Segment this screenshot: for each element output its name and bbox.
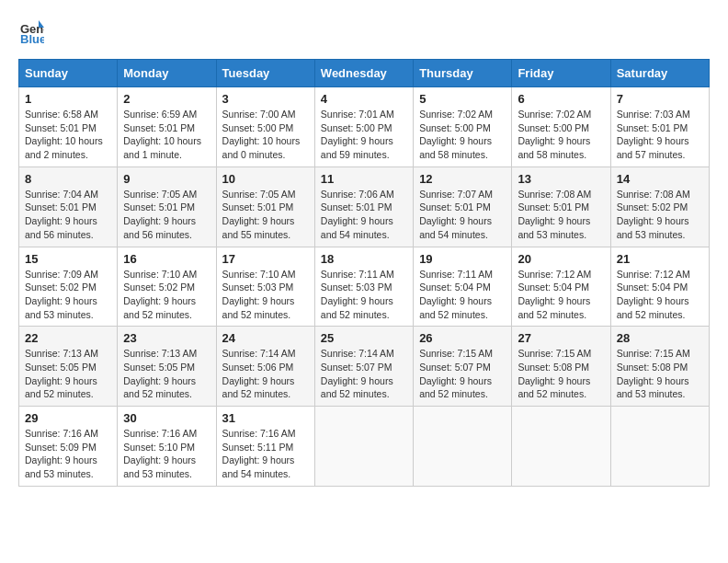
day-info: Sunrise: 7:03 AMSunset: 5:01 PMDaylight:…	[617, 108, 703, 162]
calendar-cell: 7Sunrise: 7:03 AMSunset: 5:01 PMDaylight…	[610, 87, 709, 167]
day-number: 11	[321, 172, 407, 186]
calendar-cell: 27Sunrise: 7:15 AMSunset: 5:08 PMDayligh…	[512, 327, 610, 407]
day-info: Sunrise: 7:16 AMSunset: 5:09 PMDaylight:…	[25, 427, 111, 481]
calendar-cell	[610, 407, 709, 487]
day-number: 31	[222, 411, 309, 425]
calendar-cell	[512, 407, 610, 487]
calendar-week-row: 8Sunrise: 7:04 AMSunset: 5:01 PMDaylight…	[19, 167, 710, 247]
day-number: 6	[518, 92, 604, 106]
day-info: Sunrise: 7:06 AMSunset: 5:01 PMDaylight:…	[321, 188, 407, 242]
day-number: 2	[123, 92, 210, 106]
day-number: 27	[518, 331, 604, 345]
calendar-cell: 12Sunrise: 7:07 AMSunset: 5:01 PMDayligh…	[414, 167, 512, 247]
calendar-cell: 1Sunrise: 6:58 AMSunset: 5:01 PMDaylight…	[19, 87, 118, 167]
day-number: 8	[25, 172, 111, 186]
svg-text:Blue: Blue	[20, 32, 44, 44]
day-number: 14	[617, 172, 703, 186]
calendar-cell: 15Sunrise: 7:09 AMSunset: 5:02 PMDayligh…	[19, 247, 118, 327]
day-info: Sunrise: 6:59 AMSunset: 5:01 PMDaylight:…	[123, 108, 210, 162]
day-number: 7	[617, 92, 703, 106]
day-info: Sunrise: 7:08 AMSunset: 5:02 PMDaylight:…	[617, 188, 703, 242]
calendar-cell: 11Sunrise: 7:06 AMSunset: 5:01 PMDayligh…	[314, 167, 413, 247]
day-info: Sunrise: 7:10 AMSunset: 5:02 PMDaylight:…	[123, 268, 210, 322]
calendar-cell: 31Sunrise: 7:16 AMSunset: 5:11 PMDayligh…	[216, 407, 314, 487]
calendar-cell: 4Sunrise: 7:01 AMSunset: 5:00 PMDaylight…	[314, 87, 413, 167]
calendar-cell: 23Sunrise: 7:13 AMSunset: 5:05 PMDayligh…	[118, 327, 216, 407]
day-number: 3	[222, 92, 309, 106]
calendar-cell: 17Sunrise: 7:10 AMSunset: 5:03 PMDayligh…	[216, 247, 314, 327]
calendar-cell: 16Sunrise: 7:10 AMSunset: 5:02 PMDayligh…	[118, 247, 216, 327]
calendar-week-row: 15Sunrise: 7:09 AMSunset: 5:02 PMDayligh…	[19, 247, 710, 327]
day-number: 24	[222, 331, 309, 345]
weekday-header: Wednesday	[314, 60, 413, 87]
calendar-cell: 9Sunrise: 7:05 AMSunset: 5:01 PMDaylight…	[118, 167, 216, 247]
calendar-week-row: 1Sunrise: 6:58 AMSunset: 5:01 PMDaylight…	[19, 87, 710, 167]
calendar-cell: 18Sunrise: 7:11 AMSunset: 5:03 PMDayligh…	[314, 247, 413, 327]
day-number: 28	[617, 331, 703, 345]
day-number: 21	[617, 252, 703, 266]
calendar-cell: 20Sunrise: 7:12 AMSunset: 5:04 PMDayligh…	[512, 247, 610, 327]
weekday-header: Monday	[118, 60, 216, 87]
day-number: 22	[25, 331, 111, 345]
calendar-cell: 6Sunrise: 7:02 AMSunset: 5:00 PMDaylight…	[512, 87, 610, 167]
day-info: Sunrise: 7:16 AMSunset: 5:10 PMDaylight:…	[123, 427, 210, 481]
day-info: Sunrise: 7:05 AMSunset: 5:01 PMDaylight:…	[123, 188, 210, 242]
day-info: Sunrise: 7:10 AMSunset: 5:03 PMDaylight:…	[222, 268, 309, 322]
day-info: Sunrise: 7:12 AMSunset: 5:04 PMDaylight:…	[518, 268, 604, 322]
calendar-cell: 29Sunrise: 7:16 AMSunset: 5:09 PMDayligh…	[19, 407, 118, 487]
day-number: 23	[123, 331, 210, 345]
calendar-week-row: 29Sunrise: 7:16 AMSunset: 5:09 PMDayligh…	[19, 407, 710, 487]
day-number: 4	[321, 92, 407, 106]
day-info: Sunrise: 7:02 AMSunset: 5:00 PMDaylight:…	[518, 108, 604, 162]
day-info: Sunrise: 7:15 AMSunset: 5:07 PMDaylight:…	[419, 347, 506, 401]
calendar-cell: 28Sunrise: 7:15 AMSunset: 5:08 PMDayligh…	[610, 327, 709, 407]
page-header: General Blue	[18, 18, 710, 44]
calendar-cell: 22Sunrise: 7:13 AMSunset: 5:05 PMDayligh…	[19, 327, 118, 407]
calendar-cell: 3Sunrise: 7:00 AMSunset: 5:00 PMDaylight…	[216, 87, 314, 167]
calendar-header: SundayMondayTuesdayWednesdayThursdayFrid…	[19, 60, 710, 87]
weekday-header: Thursday	[414, 60, 512, 87]
calendar-cell: 26Sunrise: 7:15 AMSunset: 5:07 PMDayligh…	[414, 327, 512, 407]
weekday-header: Saturday	[610, 60, 709, 87]
calendar-cell	[314, 407, 413, 487]
day-info: Sunrise: 7:12 AMSunset: 5:04 PMDaylight:…	[617, 268, 703, 322]
day-number: 30	[123, 411, 210, 425]
weekday-header: Tuesday	[216, 60, 314, 87]
day-number: 26	[419, 331, 506, 345]
logo: General Blue	[18, 18, 48, 44]
calendar-cell: 13Sunrise: 7:08 AMSunset: 5:01 PMDayligh…	[512, 167, 610, 247]
day-info: Sunrise: 7:13 AMSunset: 5:05 PMDaylight:…	[25, 347, 111, 401]
day-info: Sunrise: 7:15 AMSunset: 5:08 PMDaylight:…	[518, 347, 604, 401]
weekday-header: Friday	[512, 60, 610, 87]
calendar-cell: 24Sunrise: 7:14 AMSunset: 5:06 PMDayligh…	[216, 327, 314, 407]
day-info: Sunrise: 7:05 AMSunset: 5:01 PMDaylight:…	[222, 188, 309, 242]
day-info: Sunrise: 7:14 AMSunset: 5:06 PMDaylight:…	[222, 347, 309, 401]
day-info: Sunrise: 7:13 AMSunset: 5:05 PMDaylight:…	[123, 347, 210, 401]
calendar-cell: 10Sunrise: 7:05 AMSunset: 5:01 PMDayligh…	[216, 167, 314, 247]
day-number: 16	[123, 252, 210, 266]
day-number: 25	[321, 331, 407, 345]
calendar-body: 1Sunrise: 6:58 AMSunset: 5:01 PMDaylight…	[19, 87, 710, 487]
day-number: 15	[25, 252, 111, 266]
day-number: 12	[419, 172, 506, 186]
day-number: 10	[222, 172, 309, 186]
day-info: Sunrise: 7:07 AMSunset: 5:01 PMDaylight:…	[419, 188, 506, 242]
calendar-week-row: 22Sunrise: 7:13 AMSunset: 5:05 PMDayligh…	[19, 327, 710, 407]
day-info: Sunrise: 7:11 AMSunset: 5:03 PMDaylight:…	[321, 268, 407, 322]
day-number: 29	[25, 411, 111, 425]
calendar-cell: 25Sunrise: 7:14 AMSunset: 5:07 PMDayligh…	[314, 327, 413, 407]
day-number: 5	[419, 92, 506, 106]
day-number: 17	[222, 252, 309, 266]
day-number: 19	[419, 252, 506, 266]
weekday-header: Sunday	[19, 60, 118, 87]
day-info: Sunrise: 7:14 AMSunset: 5:07 PMDaylight:…	[321, 347, 407, 401]
day-info: Sunrise: 7:02 AMSunset: 5:00 PMDaylight:…	[419, 108, 506, 162]
day-info: Sunrise: 7:16 AMSunset: 5:11 PMDaylight:…	[222, 427, 309, 481]
day-info: Sunrise: 7:08 AMSunset: 5:01 PMDaylight:…	[518, 188, 604, 242]
day-info: Sunrise: 7:15 AMSunset: 5:08 PMDaylight:…	[617, 347, 703, 401]
calendar-cell: 19Sunrise: 7:11 AMSunset: 5:04 PMDayligh…	[414, 247, 512, 327]
calendar-cell: 8Sunrise: 7:04 AMSunset: 5:01 PMDaylight…	[19, 167, 118, 247]
day-info: Sunrise: 7:09 AMSunset: 5:02 PMDaylight:…	[25, 268, 111, 322]
day-number: 18	[321, 252, 407, 266]
calendar-table: SundayMondayTuesdayWednesdayThursdayFrid…	[18, 59, 710, 487]
